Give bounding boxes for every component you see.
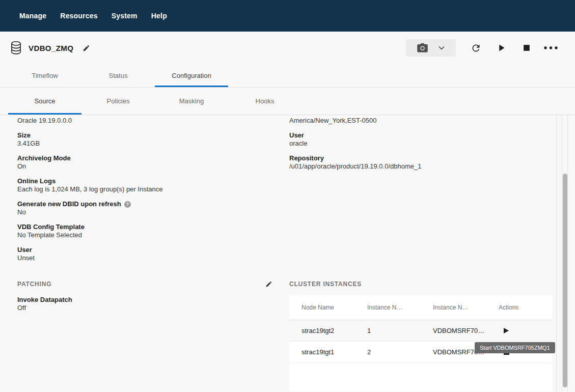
column-node-name: Node Name xyxy=(302,304,367,311)
column-instance-number: Instance N… xyxy=(367,304,433,311)
field-timezone: America/New_York,EST-0500 xyxy=(289,117,552,125)
refresh-button[interactable] xyxy=(463,39,488,57)
database-icon xyxy=(10,41,22,55)
chevron-down-icon xyxy=(439,46,445,50)
field-vdb-config-template: VDB Config Template No Template Selected xyxy=(17,223,273,239)
table-row[interactable]: strac19tgt2 1 VDBOMSRF70… xyxy=(289,320,552,342)
tab-timeflow[interactable]: Timeflow xyxy=(8,64,81,87)
start-instance-icon[interactable] xyxy=(504,328,509,333)
configuration-subtabs: Source Policies Masking Hooks xyxy=(0,88,575,115)
refresh-icon xyxy=(471,43,481,53)
nav-item-manage[interactable]: Manage xyxy=(19,12,46,20)
subtab-source[interactable]: Source xyxy=(8,88,81,115)
field-user-unset: User Unset xyxy=(17,246,273,262)
ellipsis-icon xyxy=(544,46,558,49)
field-generate-dbid: Generate new DBID upon refresh ? No xyxy=(17,200,273,216)
vertical-scrollbar[interactable] xyxy=(562,115,568,391)
subtab-policies[interactable]: Policies xyxy=(81,88,155,115)
cluster-instances-title: CLUSTER INSTANCES xyxy=(289,281,362,288)
field-online-logs: Online Logs Each log is 1,024 MB, 3 log … xyxy=(17,177,273,193)
source-left-column: Oracle 19.19.0.0.0 Size 3.41GB Archivelo… xyxy=(17,117,273,319)
field-size: Size 3.41GB xyxy=(17,131,273,148)
camera-icon xyxy=(417,43,428,52)
nav-item-resources[interactable]: Resources xyxy=(60,12,97,20)
field-invoke-datapatch: Invoke Datapatch Off xyxy=(17,296,273,312)
source-panel: Oracle 19.19.0.0.0 Size 3.41GB Archivelo… xyxy=(0,115,575,391)
page-title: VDBO_ZMQ xyxy=(29,44,73,52)
subtab-hooks[interactable]: Hooks xyxy=(228,88,302,115)
cell-instance-number: 2 xyxy=(367,348,433,356)
stop-vdb-button[interactable] xyxy=(514,39,539,57)
vdb-toolbar xyxy=(406,39,562,57)
app-window: Manage Resources System Help VDBO_ZMQ xyxy=(0,0,575,392)
patching-title: PATCHING xyxy=(17,281,51,288)
table-header-row: Node Name Instance N… Instance N… Action… xyxy=(289,295,552,320)
source-right-column: America/New_York,EST-0500 User oracle Re… xyxy=(289,117,552,177)
more-actions-button[interactable] xyxy=(539,39,562,57)
subtab-masking[interactable]: Masking xyxy=(155,88,228,115)
nav-item-help[interactable]: Help xyxy=(151,12,167,20)
stop-icon xyxy=(522,43,532,53)
field-os-user: User oracle xyxy=(289,131,552,148)
top-navbar: Manage Resources System Help xyxy=(0,0,575,32)
help-icon[interactable]: ? xyxy=(124,201,131,208)
main-tabs: Timeflow Status Configuration xyxy=(0,64,575,88)
column-instance-name: Instance N… xyxy=(433,304,499,311)
cell-node-name: strac19tgt2 xyxy=(302,327,367,334)
start-vdb-button[interactable] xyxy=(488,39,514,57)
field-repository: Repository /u01/app/oracle/product/19.19… xyxy=(289,154,552,171)
start-instance-tooltip: Start VDBOMSRF705ZMQ1 xyxy=(475,342,555,353)
field-archivelog-mode: Archivelog Mode On xyxy=(17,154,273,171)
snapshot-button[interactable] xyxy=(406,39,456,57)
cell-instance-name: VDBOMSRF70… xyxy=(433,327,499,334)
column-actions: Actions xyxy=(499,304,552,311)
content-divider xyxy=(556,115,557,391)
edit-title-icon[interactable] xyxy=(83,44,90,52)
field-db-version: Oracle 19.19.0.0.0 xyxy=(17,117,273,125)
cell-node-name: strac19tgt1 xyxy=(302,348,367,356)
nav-item-system[interactable]: System xyxy=(112,12,138,20)
page-header: VDBO_ZMQ xyxy=(0,32,575,64)
scrollbar-thumb[interactable] xyxy=(563,174,567,387)
tab-configuration[interactable]: Configuration xyxy=(155,64,228,87)
cell-instance-number: 1 xyxy=(367,327,433,334)
patching-header: PATCHING xyxy=(17,280,273,288)
tab-status[interactable]: Status xyxy=(81,64,155,87)
edit-patching-icon[interactable] xyxy=(265,281,272,288)
cluster-instances-table: Node Name Instance N… Instance N… Action… xyxy=(289,295,552,391)
play-icon xyxy=(496,42,507,53)
cluster-instances-section: CLUSTER INSTANCES Node Name Instance N… … xyxy=(289,280,552,391)
